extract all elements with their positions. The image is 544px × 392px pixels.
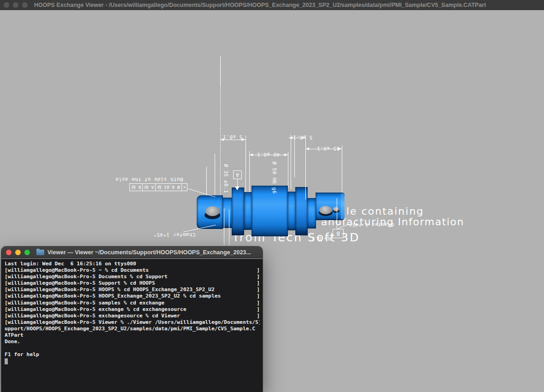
arrowhead	[289, 136, 292, 139]
chamfer-right-label: Chamfer 1 *45°	[349, 222, 394, 228]
hole	[319, 206, 332, 214]
hole	[333, 207, 339, 211]
datum-a-triangle	[235, 187, 240, 190]
close-button[interactable]	[6, 250, 12, 255]
terminal-line: [williamgallego@MacBook-Pro-5 samples % …	[5, 300, 260, 306]
model-segment	[244, 192, 252, 230]
extension-line	[342, 146, 342, 196]
terminal-line-text: [williamgallego@MacBook-Pro-5 samples % …	[5, 300, 164, 306]
terminal-line: [williamgallego@MacBook-Pro-5 ~ % cd Doc…	[5, 267, 260, 274]
datum-b-box: B	[333, 229, 344, 238]
shell-mark-bracket: ]	[257, 280, 260, 287]
fcf-cell: Ø 0.01 Ⓜ	[155, 183, 181, 191]
banner-line-1: le containing	[346, 205, 424, 217]
extension-line	[246, 135, 246, 196]
terminal-line-text: [williamgallego@MacBook-Pro-5 Viewer % .…	[5, 319, 258, 326]
extension-line	[288, 152, 288, 188]
folder-icon	[36, 250, 44, 255]
datum-a-stem	[237, 179, 238, 187]
terminal-line-text: [williamgallego@MacBook-Pro-5 Documents …	[5, 274, 168, 280]
terminal-line-text: Last login: Wed Dec 6 16:25:16 on ttys00…	[5, 261, 136, 267]
fcf-cell: A Ⓜ	[142, 183, 155, 191]
shell-mark-bracket: ]	[258, 319, 260, 326]
model-segment	[252, 186, 288, 236]
terminal-line: [williamgallego@MacBook-Pro-5 HOOPS_Exch…	[5, 293, 260, 299]
arrowhead	[284, 153, 287, 156]
terminal-line-text: ATPart	[5, 332, 23, 339]
zoom-button[interactable]	[24, 250, 30, 255]
terminal-line: [williamgallego@MacBook-Pro-5 Support % …	[5, 280, 260, 287]
model-segment	[316, 193, 345, 220]
leader-line	[229, 210, 229, 245]
terminal-cursor	[5, 358, 8, 364]
extension-line	[249, 151, 250, 193]
app-title-bar[interactable]: HOOPS Exchange Viewer - /Users/williamga…	[0, 0, 544, 10]
terminal-line: [williamgallego@MacBook-Pro-5 Documents …	[5, 274, 260, 280]
terminal-output[interactable]: Last login: Wed Dec 6 16:25:16 on ttys00…	[1, 259, 263, 392]
shell-mark-bracket: ]	[257, 300, 260, 306]
terminal-line-text: F1 for help	[5, 351, 39, 358]
terminal-line: [williamgallego@MacBook-Pro-5 Viewer % .…	[5, 319, 260, 326]
hole	[205, 206, 220, 216]
extension-line	[294, 135, 295, 177]
dim-5-left-label: 5 ±0.1	[223, 134, 242, 140]
dim-15-label: 15 ±0.1	[317, 146, 339, 152]
extension-line	[291, 135, 291, 189]
terminal-title: Viewer — Viewer ~/Documents/Support/HOOP…	[47, 249, 251, 256]
terminal-window-controls	[6, 250, 30, 255]
roughness-label: Ra 0.1	[311, 235, 331, 241]
shell-mark-bracket: ]	[257, 293, 260, 299]
arrowhead	[306, 147, 309, 150]
datum-b-leader	[337, 198, 337, 229]
terminal-line-text: upport/HOOPS/HOOPS_Exchange_2023_SP2_U2/…	[5, 326, 255, 332]
terminal-line-text: [williamgallego@MacBook-Pro-5 ~ % cd Doc…	[5, 267, 149, 274]
model-segment	[287, 192, 296, 230]
dim-5-right-label: 5 ±0.1	[293, 135, 312, 140]
terminal-line: Done.	[5, 339, 260, 345]
terminal-window[interactable]: Viewer — Viewer ~/Documents/Support/HOOP…	[1, 246, 263, 392]
leader-line	[224, 208, 224, 245]
shell-mark-bracket: ]	[257, 274, 260, 280]
dia-35-label: Ø 35 ±0.1	[223, 158, 229, 199]
both-side-note: Both side of the axle	[115, 176, 183, 182]
model-end-cap	[341, 193, 345, 219]
terminal-line: [williamgallego@MacBook-Pro-5 exchange %…	[5, 306, 260, 313]
terminal-line: upport/HOOPS/HOOPS_Exchange_2023_SP2_U2/…	[5, 326, 260, 332]
shell-mark-bracket: ]	[257, 287, 260, 293]
model-segment	[232, 187, 244, 235]
datum-a-box: A	[233, 170, 242, 179]
terminal-line: [williamgallego@MacBook-Pro-5 exchangeso…	[5, 313, 260, 319]
centerline-dashed	[220, 86, 221, 206]
window-controls	[4, 2, 28, 8]
terminal-line-text: [williamgallego@MacBook-Pro-5 HOOPS % cd…	[5, 287, 215, 293]
shell-mark-bracket: ]	[257, 267, 260, 274]
extension-line	[305, 135, 306, 199]
feature-control-frame: ⌖Ø 0.01 ⓂA ⓂB Ⓜ	[129, 183, 187, 191]
zoom-button[interactable]	[22, 2, 28, 8]
terminal-line-text: Done.	[5, 339, 20, 345]
model-segment	[307, 198, 316, 228]
terminal-line-text: [williamgallego@MacBook-Pro-5 Support % …	[5, 280, 155, 287]
terminal-line: F1 for help	[5, 351, 260, 358]
terminal-title-bar[interactable]: Viewer — Viewer ~/Documents/Support/HOOP…	[1, 246, 263, 258]
arrowhead	[250, 153, 253, 156]
fcf-cell: B Ⓜ	[129, 183, 142, 191]
app-title: HOOPS Exchange Viewer - /Users/williamga…	[34, 2, 486, 8]
fcf-cell: ⌖	[181, 183, 187, 191]
terminal-line: [williamgallego@MacBook-Pro-5 HOOPS % cd…	[5, 287, 260, 293]
minimize-button[interactable]	[13, 2, 18, 8]
dia-50-label: Ø 50 H6 g6	[271, 155, 277, 201]
terminal-line-text: [williamgallego@MacBook-Pro-5 HOOPS_Exch…	[5, 293, 221, 299]
terminal-line	[5, 345, 260, 351]
terminal-line-text: [williamgallego@MacBook-Pro-5 exchangeso…	[5, 313, 180, 319]
close-button[interactable]	[4, 2, 9, 8]
shell-mark-bracket: ]	[257, 313, 260, 319]
terminal-line: ATPart	[5, 332, 260, 339]
terminal-line-text: [williamgallego@MacBook-Pro-5 exchange %…	[5, 306, 186, 313]
shell-mark-bracket: ]	[257, 306, 260, 313]
minimize-button[interactable]	[15, 250, 21, 255]
terminal-line: Last login: Wed Dec 6 16:25:16 on ttys00…	[5, 261, 260, 267]
centerline-solid	[220, 56, 221, 86]
chamfer-left-label: Chamfer 1*45°	[153, 232, 195, 238]
